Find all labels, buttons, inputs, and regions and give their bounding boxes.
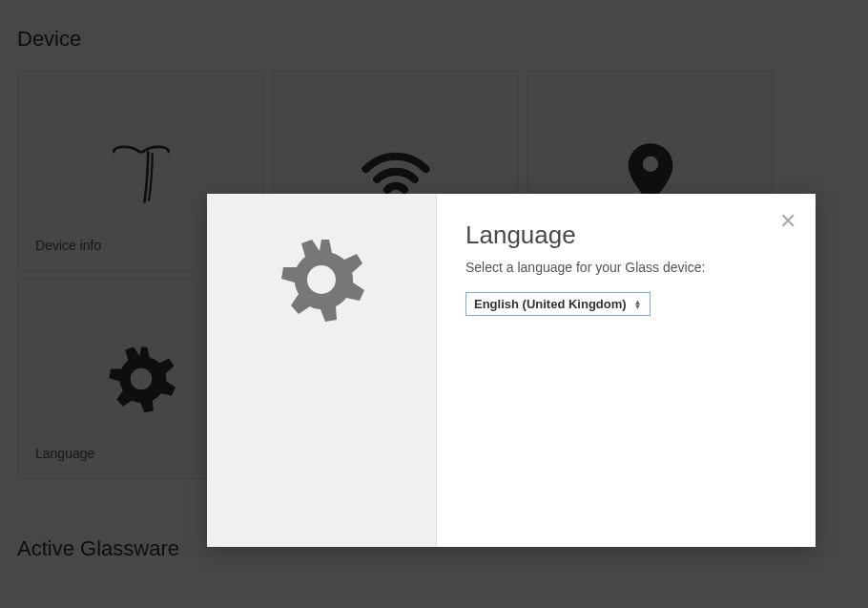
select-stepper-icon: ▲▼	[634, 300, 642, 309]
language-select-value: English (United Kingdom)	[474, 297, 627, 311]
close-icon[interactable]: ✕	[779, 211, 796, 232]
modal-content: ✕ Language Select a language for your Gl…	[437, 194, 816, 547]
modal-icon-panel	[207, 194, 437, 547]
gear-icon	[274, 232, 369, 327]
modal-title: Language	[465, 220, 787, 250]
language-select[interactable]: English (United Kingdom) ▲▼	[465, 292, 651, 316]
modal-subtitle: Select a language for your Glass device:	[465, 260, 787, 275]
svg-point-3	[307, 265, 336, 294]
language-modal: ✕ Language Select a language for your Gl…	[207, 194, 816, 547]
